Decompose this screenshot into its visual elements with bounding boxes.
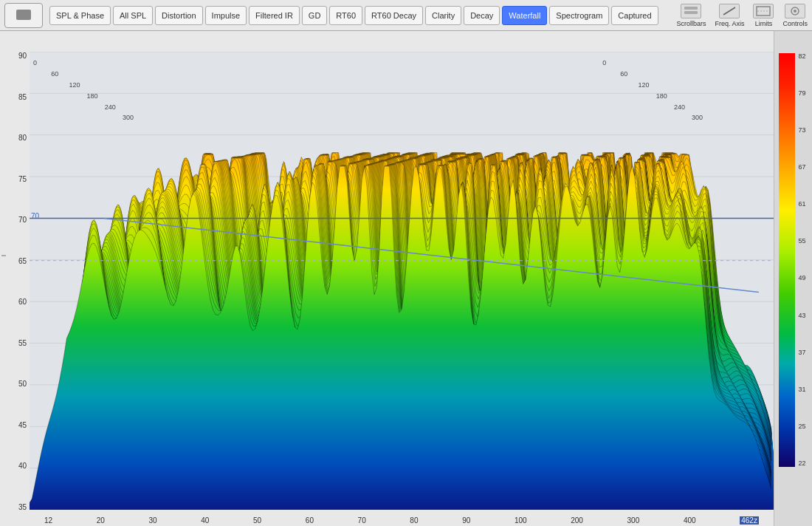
y-tick-60: 60 bbox=[0, 298, 30, 306]
svg-rect-0 bbox=[684, 7, 698, 10]
svg-point-6 bbox=[794, 10, 796, 13]
x-tick-60: 60 bbox=[306, 516, 314, 525]
depth-label-0: 0 bbox=[33, 59, 37, 66]
tool-limits[interactable]: Limits bbox=[753, 4, 774, 27]
freq-axis-icon bbox=[719, 4, 740, 18]
scrollbars-icon bbox=[681, 4, 701, 18]
tab-spl-phase[interactable]: SPL & Phase bbox=[49, 6, 111, 25]
tab-bar: SPL & PhaseAll SPLDistortionImpulseFilte… bbox=[49, 6, 658, 25]
depth-label-right-0: 0 bbox=[602, 59, 606, 66]
y-tick-55: 55 bbox=[0, 339, 30, 347]
depth-label-right-120: 120 bbox=[639, 81, 650, 89]
tab-rt60[interactable]: RT60 bbox=[329, 6, 362, 25]
tab-clarity[interactable]: Clarity bbox=[425, 6, 461, 25]
x-tick-80: 80 bbox=[410, 516, 418, 525]
controls-icon bbox=[785, 4, 805, 18]
scale-label-25: 25 bbox=[798, 423, 805, 430]
x-axis-ticks: 122030405060708090100200300400462z bbox=[30, 516, 774, 525]
capture-icon bbox=[16, 10, 31, 20]
depth-label-60: 60 bbox=[51, 70, 58, 78]
right-tools: ScrollbarsFreq. AxisLimitsControls bbox=[676, 4, 808, 27]
main-area: 908580757065605550454035 122030405060708… bbox=[0, 31, 812, 526]
scale-label-82: 82 bbox=[798, 53, 805, 60]
tab-decay[interactable]: Decay bbox=[464, 6, 500, 25]
scale-label-73: 73 bbox=[798, 127, 805, 134]
y-tick-45: 45 bbox=[0, 421, 30, 429]
scale-label-67: 67 bbox=[798, 164, 805, 171]
scale-label-55: 55 bbox=[798, 238, 805, 245]
scale-label-22: 22 bbox=[798, 460, 805, 467]
ref-line-70-label: 70 bbox=[31, 212, 39, 220]
scale-label-43: 43 bbox=[798, 312, 805, 319]
tab-impulse[interactable]: Impulse bbox=[205, 6, 247, 25]
depth-label-120: 120 bbox=[69, 81, 80, 89]
tab-spectrogram[interactable]: Spectrogram bbox=[549, 6, 609, 25]
y-tick-90: 90 bbox=[0, 52, 30, 60]
x-tick-40: 40 bbox=[201, 516, 209, 525]
scale-label-49: 49 bbox=[798, 275, 805, 281]
color-bar-container: 827973676155494337312522 bbox=[779, 53, 807, 467]
depth-label-right-180: 180 bbox=[656, 92, 667, 100]
svg-rect-1 bbox=[684, 11, 698, 14]
y-tick-80: 80 bbox=[0, 134, 30, 142]
x-tick-400: 400 bbox=[684, 516, 696, 525]
depth-label-right-60: 60 bbox=[620, 70, 627, 78]
tool-label-limits: Limits bbox=[755, 20, 773, 27]
depth-label-300: 300 bbox=[123, 114, 134, 121]
y-axis-ticks: 908580757065605550454035 bbox=[0, 31, 30, 526]
y-tick-35: 35 bbox=[0, 503, 30, 511]
x-tick-90: 90 bbox=[462, 516, 470, 525]
x-tick-12: 12 bbox=[44, 516, 52, 525]
tool-scrollbars[interactable]: Scrollbars bbox=[676, 4, 706, 27]
tool-label-scrollbars: Scrollbars bbox=[676, 20, 706, 27]
tool-label-freq-axis: Freq. Axis bbox=[715, 20, 744, 27]
depth-label-right-240: 240 bbox=[674, 103, 685, 111]
y-tick-40: 40 bbox=[0, 462, 30, 470]
waterfall-chart[interactable] bbox=[30, 52, 774, 510]
color-scale-panel: 827973676155494337312522 bbox=[774, 31, 812, 526]
y-tick-50: 50 bbox=[0, 380, 30, 388]
depth-label-180: 180 bbox=[87, 92, 98, 100]
tab-all-spl[interactable]: All SPL bbox=[113, 6, 153, 25]
tool-freq-axis[interactable]: Freq. Axis bbox=[715, 4, 744, 27]
y-tick-70: 70 bbox=[0, 216, 30, 224]
chart-area: 908580757065605550454035 122030405060708… bbox=[0, 31, 774, 526]
tool-label-controls: Controls bbox=[782, 20, 808, 27]
y-tick-85: 85 bbox=[0, 93, 30, 101]
x-tick-462z: 462z bbox=[740, 516, 759, 525]
x-tick-20: 20 bbox=[97, 516, 105, 525]
tab-captured[interactable]: Captured bbox=[611, 6, 658, 25]
scale-label-79: 79 bbox=[798, 90, 805, 97]
tool-controls[interactable]: Controls bbox=[782, 4, 808, 27]
x-tick-300: 300 bbox=[627, 516, 640, 525]
depth-label-240: 240 bbox=[105, 103, 116, 111]
color-bar bbox=[779, 53, 795, 467]
y-tick-75: 75 bbox=[0, 175, 30, 183]
scale-label-61: 61 bbox=[798, 201, 805, 208]
tab-gd[interactable]: GD bbox=[302, 6, 328, 25]
scale-label-31: 31 bbox=[798, 386, 805, 393]
x-tick-200: 200 bbox=[571, 516, 583, 525]
ref-line-64-label bbox=[1, 255, 6, 256]
x-tick-30: 30 bbox=[149, 516, 157, 525]
limits-icon bbox=[753, 4, 774, 18]
tab-waterfall[interactable]: Waterfall bbox=[502, 6, 547, 25]
x-tick-50: 50 bbox=[253, 516, 261, 525]
toolbar: SPL & PhaseAll SPLDistortionImpulseFilte… bbox=[0, 0, 812, 31]
y-tick-65: 65 bbox=[0, 257, 30, 265]
x-tick-100: 100 bbox=[515, 516, 527, 525]
tab-rt60-decay[interactable]: RT60 Decay bbox=[365, 6, 423, 25]
scale-labels: 827973676155494337312522 bbox=[796, 53, 807, 467]
x-tick-70: 70 bbox=[358, 516, 366, 525]
svg-line-2 bbox=[723, 7, 735, 15]
capture-button[interactable] bbox=[4, 3, 43, 28]
tab-filtered-ir[interactable]: Filtered IR bbox=[249, 6, 300, 25]
tab-distortion[interactable]: Distortion bbox=[155, 6, 202, 25]
waterfall-canvas bbox=[30, 52, 774, 510]
scale-label-37: 37 bbox=[798, 349, 805, 356]
depth-label-right-300: 300 bbox=[692, 114, 703, 121]
